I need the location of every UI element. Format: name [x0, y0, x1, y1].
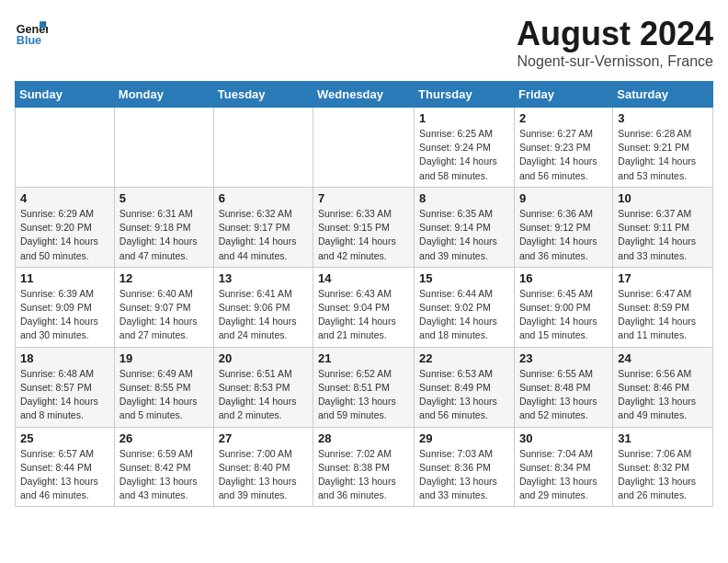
day-number: 14: [318, 271, 409, 285]
week-row-4: 18Sunrise: 6:48 AM Sunset: 8:57 PM Dayli…: [16, 347, 713, 427]
title-block: August 2024 Nogent-sur-Vernisson, France: [517, 15, 713, 70]
day-info: Sunrise: 6:33 AM Sunset: 9:15 PM Dayligh…: [318, 207, 409, 263]
day-info: Sunrise: 6:27 AM Sunset: 9:23 PM Dayligh…: [519, 127, 608, 183]
day-number: 31: [618, 431, 708, 445]
calendar-cell: 8Sunrise: 6:35 AM Sunset: 9:14 PM Daylig…: [415, 187, 515, 267]
month-year: August 2024: [517, 15, 713, 53]
day-info: Sunrise: 6:48 AM Sunset: 8:57 PM Dayligh…: [20, 367, 109, 423]
calendar-cell: 29Sunrise: 7:03 AM Sunset: 8:36 PM Dayli…: [415, 427, 515, 507]
calendar-table: SundayMondayTuesdayWednesdayThursdayFrid…: [15, 81, 713, 507]
day-info: Sunrise: 6:51 AM Sunset: 8:53 PM Dayligh…: [219, 367, 308, 423]
day-info: Sunrise: 6:41 AM Sunset: 9:06 PM Dayligh…: [219, 287, 308, 343]
logo: General Blue: [15, 15, 48, 48]
day-number: 12: [119, 271, 209, 285]
day-info: Sunrise: 7:04 AM Sunset: 8:34 PM Dayligh…: [519, 447, 608, 503]
calendar-cell: 9Sunrise: 6:36 AM Sunset: 9:12 PM Daylig…: [514, 187, 612, 267]
day-info: Sunrise: 7:00 AM Sunset: 8:40 PM Dayligh…: [219, 447, 308, 503]
day-info: Sunrise: 6:56 AM Sunset: 8:46 PM Dayligh…: [618, 367, 708, 423]
day-info: Sunrise: 6:45 AM Sunset: 9:00 PM Dayligh…: [519, 287, 608, 343]
calendar-cell: 27Sunrise: 7:00 AM Sunset: 8:40 PM Dayli…: [213, 427, 313, 507]
day-info: Sunrise: 6:44 AM Sunset: 9:02 PM Dayligh…: [419, 287, 509, 343]
day-info: Sunrise: 7:03 AM Sunset: 8:36 PM Dayligh…: [419, 447, 509, 503]
day-info: Sunrise: 6:49 AM Sunset: 8:55 PM Dayligh…: [119, 367, 209, 423]
day-number: 30: [519, 431, 608, 445]
weekday-header-friday: Friday: [514, 82, 612, 108]
calendar-cell: 18Sunrise: 6:48 AM Sunset: 8:57 PM Dayli…: [16, 347, 115, 427]
day-info: Sunrise: 6:37 AM Sunset: 9:11 PM Dayligh…: [618, 207, 708, 263]
day-info: Sunrise: 6:39 AM Sunset: 9:09 PM Dayligh…: [20, 287, 109, 343]
day-number: 9: [519, 191, 608, 205]
logo-icon: General Blue: [15, 15, 48, 48]
week-row-1: 1Sunrise: 6:25 AM Sunset: 9:24 PM Daylig…: [16, 108, 713, 188]
day-number: 21: [318, 351, 409, 365]
day-info: Sunrise: 7:02 AM Sunset: 8:38 PM Dayligh…: [318, 447, 409, 503]
day-info: Sunrise: 6:36 AM Sunset: 9:12 PM Dayligh…: [519, 207, 608, 263]
day-info: Sunrise: 6:40 AM Sunset: 9:07 PM Dayligh…: [119, 287, 209, 343]
day-number: 26: [119, 431, 209, 445]
week-row-5: 25Sunrise: 6:57 AM Sunset: 8:44 PM Dayli…: [16, 427, 713, 507]
day-info: Sunrise: 6:31 AM Sunset: 9:18 PM Dayligh…: [119, 207, 209, 263]
calendar-cell: 19Sunrise: 6:49 AM Sunset: 8:55 PM Dayli…: [114, 347, 213, 427]
weekday-header-row: SundayMondayTuesdayWednesdayThursdayFrid…: [16, 82, 713, 108]
calendar-cell: 11Sunrise: 6:39 AM Sunset: 9:09 PM Dayli…: [16, 267, 115, 347]
day-number: 6: [219, 191, 308, 205]
day-number: 11: [20, 271, 109, 285]
calendar-cell: 26Sunrise: 6:59 AM Sunset: 8:42 PM Dayli…: [114, 427, 213, 507]
day-number: 1: [419, 111, 509, 125]
week-row-2: 4Sunrise: 6:29 AM Sunset: 9:20 PM Daylig…: [16, 187, 713, 267]
calendar-cell: 28Sunrise: 7:02 AM Sunset: 8:38 PM Dayli…: [313, 427, 415, 507]
day-number: 2: [519, 111, 608, 125]
day-info: Sunrise: 6:29 AM Sunset: 9:20 PM Dayligh…: [20, 207, 109, 263]
calendar-cell: 7Sunrise: 6:33 AM Sunset: 9:15 PM Daylig…: [313, 187, 415, 267]
calendar-cell: 14Sunrise: 6:43 AM Sunset: 9:04 PM Dayli…: [313, 267, 415, 347]
day-number: 28: [318, 431, 409, 445]
day-info: Sunrise: 6:43 AM Sunset: 9:04 PM Dayligh…: [318, 287, 409, 343]
calendar-cell: 22Sunrise: 6:53 AM Sunset: 8:49 PM Dayli…: [415, 347, 515, 427]
calendar-cell: [313, 108, 415, 188]
day-info: Sunrise: 7:06 AM Sunset: 8:32 PM Dayligh…: [618, 447, 708, 503]
day-number: 20: [219, 351, 308, 365]
day-number: 3: [618, 111, 708, 125]
weekday-header-wednesday: Wednesday: [313, 82, 415, 108]
calendar-cell: 25Sunrise: 6:57 AM Sunset: 8:44 PM Dayli…: [16, 427, 115, 507]
calendar-cell: 6Sunrise: 6:32 AM Sunset: 9:17 PM Daylig…: [213, 187, 313, 267]
calendar-cell: [213, 108, 313, 188]
calendar-cell: 12Sunrise: 6:40 AM Sunset: 9:07 PM Dayli…: [114, 267, 213, 347]
weekday-header-monday: Monday: [114, 82, 213, 108]
location: Nogent-sur-Vernisson, France: [517, 53, 713, 70]
day-number: 29: [419, 431, 509, 445]
day-number: 23: [519, 351, 608, 365]
calendar-cell: 23Sunrise: 6:55 AM Sunset: 8:48 PM Dayli…: [514, 347, 612, 427]
day-number: 4: [20, 191, 109, 205]
day-info: Sunrise: 6:25 AM Sunset: 9:24 PM Dayligh…: [419, 127, 509, 183]
page-header: General Blue August 2024 Nogent-sur-Vern…: [15, 15, 713, 70]
calendar-cell: 5Sunrise: 6:31 AM Sunset: 9:18 PM Daylig…: [114, 187, 213, 267]
calendar-cell: 30Sunrise: 7:04 AM Sunset: 8:34 PM Dayli…: [514, 427, 612, 507]
weekday-header-sunday: Sunday: [16, 82, 115, 108]
day-number: 27: [219, 431, 308, 445]
day-number: 25: [20, 431, 109, 445]
day-number: 16: [519, 271, 608, 285]
day-info: Sunrise: 6:47 AM Sunset: 8:59 PM Dayligh…: [618, 287, 708, 343]
day-number: 10: [618, 191, 708, 205]
calendar-cell: 24Sunrise: 6:56 AM Sunset: 8:46 PM Dayli…: [613, 347, 713, 427]
day-number: 15: [419, 271, 509, 285]
calendar-cell: 1Sunrise: 6:25 AM Sunset: 9:24 PM Daylig…: [415, 108, 515, 188]
day-number: 22: [419, 351, 509, 365]
calendar-cell: 31Sunrise: 7:06 AM Sunset: 8:32 PM Dayli…: [613, 427, 713, 507]
day-number: 5: [119, 191, 209, 205]
day-info: Sunrise: 6:35 AM Sunset: 9:14 PM Dayligh…: [419, 207, 509, 263]
day-info: Sunrise: 6:55 AM Sunset: 8:48 PM Dayligh…: [519, 367, 608, 423]
day-number: 13: [219, 271, 308, 285]
calendar-cell: 13Sunrise: 6:41 AM Sunset: 9:06 PM Dayli…: [213, 267, 313, 347]
day-number: 8: [419, 191, 509, 205]
calendar-cell: [114, 108, 213, 188]
calendar-cell: 21Sunrise: 6:52 AM Sunset: 8:51 PM Dayli…: [313, 347, 415, 427]
calendar-cell: 15Sunrise: 6:44 AM Sunset: 9:02 PM Dayli…: [415, 267, 515, 347]
calendar-cell: 2Sunrise: 6:27 AM Sunset: 9:23 PM Daylig…: [514, 108, 612, 188]
day-number: 17: [618, 271, 708, 285]
day-info: Sunrise: 6:28 AM Sunset: 9:21 PM Dayligh…: [618, 127, 708, 183]
day-number: 18: [20, 351, 109, 365]
calendar-cell: [16, 108, 115, 188]
day-number: 19: [119, 351, 209, 365]
